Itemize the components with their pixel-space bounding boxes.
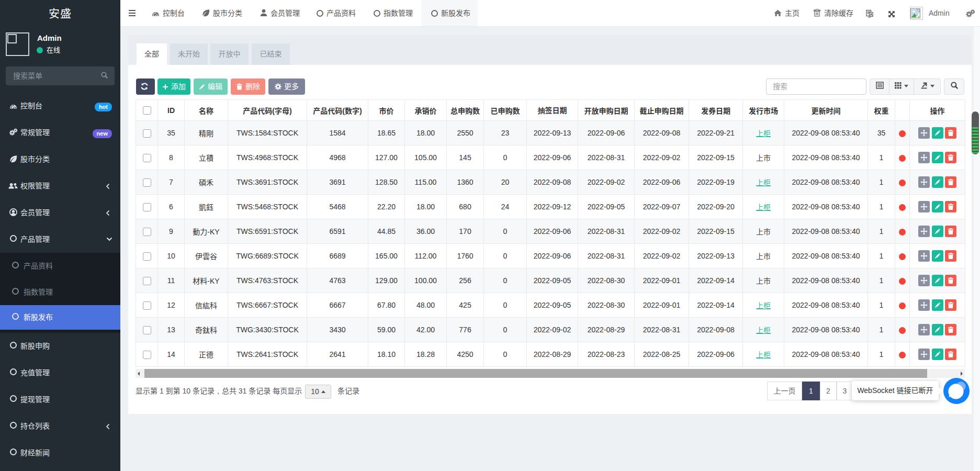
svg-text:A: A: [870, 13, 872, 16]
